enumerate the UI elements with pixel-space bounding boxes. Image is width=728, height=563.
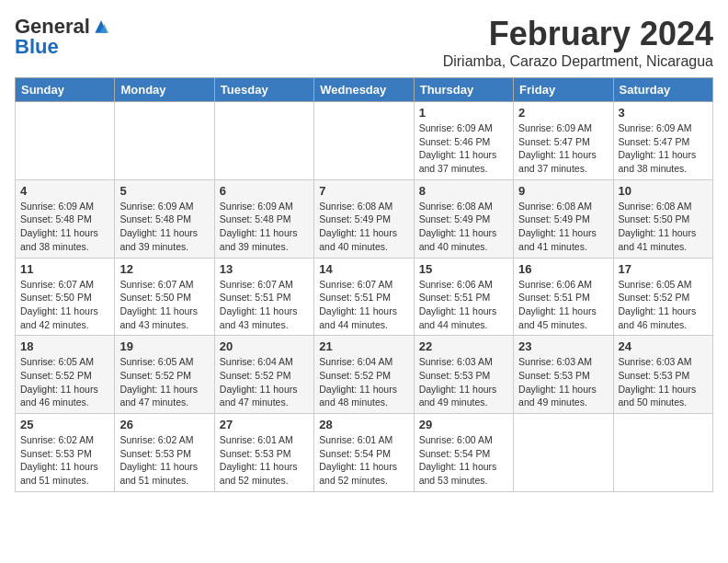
day-number: 28 [319, 418, 408, 431]
day-info: Sunrise: 6:05 AMSunset: 5:52 PMDaylight:… [619, 278, 708, 332]
calendar-cell: 13Sunrise: 6:07 AMSunset: 5:51 PMDayligh… [214, 258, 313, 336]
calendar-cell: 27Sunrise: 6:01 AMSunset: 5:53 PMDayligh… [214, 414, 313, 492]
day-info: Sunrise: 6:07 AMSunset: 5:51 PMDaylight:… [319, 278, 408, 332]
day-info: Sunrise: 6:04 AMSunset: 5:52 PMDaylight:… [319, 355, 408, 409]
day-info: Sunrise: 6:08 AMSunset: 5:49 PMDaylight:… [419, 200, 508, 254]
page-header: General Blue February 2024 Diriamba, Car… [15, 15, 713, 70]
day-info: Sunrise: 6:09 AMSunset: 5:47 PMDaylight:… [518, 121, 608, 176]
day-number: 14 [319, 262, 408, 276]
day-number: 11 [20, 262, 109, 276]
day-number: 15 [419, 262, 508, 276]
day-info: Sunrise: 6:06 AMSunset: 5:51 PMDaylight:… [419, 278, 508, 332]
day-info: Sunrise: 6:03 AMSunset: 5:53 PMDaylight:… [419, 355, 508, 409]
day-info: Sunrise: 6:05 AMSunset: 5:52 PMDaylight:… [119, 355, 209, 409]
title-area: February 2024 Diriamba, Carazo Departmen… [443, 15, 713, 70]
day-info: Sunrise: 6:00 AMSunset: 5:54 PMDaylight:… [419, 433, 508, 488]
calendar-cell: 14Sunrise: 6:07 AMSunset: 5:51 PMDayligh… [314, 258, 414, 336]
day-number: 5 [119, 184, 209, 198]
day-info: Sunrise: 6:04 AMSunset: 5:52 PMDaylight:… [220, 355, 309, 409]
day-number: 18 [20, 339, 109, 353]
logo: General Blue [15, 15, 110, 59]
calendar-cell [613, 414, 712, 492]
weekday-header-row: SundayMondayTuesdayWednesdayThursdayFrid… [16, 78, 713, 102]
weekday-header-friday: Friday [514, 78, 613, 102]
calendar-cell: 17Sunrise: 6:05 AMSunset: 5:52 PMDayligh… [613, 258, 712, 336]
day-info: Sunrise: 6:03 AMSunset: 5:53 PMDaylight:… [619, 355, 708, 409]
calendar-cell: 18Sunrise: 6:05 AMSunset: 5:52 PMDayligh… [16, 336, 115, 414]
day-number: 23 [518, 339, 608, 353]
calendar-cell: 26Sunrise: 6:02 AMSunset: 5:53 PMDayligh… [115, 414, 214, 492]
calendar-cell: 6Sunrise: 6:09 AMSunset: 5:48 PMDaylight… [214, 179, 313, 258]
day-number: 20 [220, 339, 309, 353]
day-number: 13 [220, 262, 309, 276]
day-info: Sunrise: 6:08 AMSunset: 5:49 PMDaylight:… [518, 200, 608, 254]
day-info: Sunrise: 6:01 AMSunset: 5:53 PMDaylight:… [220, 433, 309, 488]
day-info: Sunrise: 6:08 AMSunset: 5:49 PMDaylight:… [319, 200, 408, 254]
week-row-1: 4Sunrise: 6:09 AMSunset: 5:48 PMDaylight… [16, 179, 713, 258]
day-number: 3 [619, 106, 708, 120]
day-info: Sunrise: 6:01 AMSunset: 5:54 PMDaylight:… [319, 433, 408, 488]
calendar-cell: 5Sunrise: 6:09 AMSunset: 5:48 PMDaylight… [115, 179, 214, 258]
subtitle: Diriamba, Carazo Department, Nicaragua [443, 53, 713, 70]
day-number: 1 [419, 106, 508, 120]
day-info: Sunrise: 6:06 AMSunset: 5:51 PMDaylight:… [518, 278, 608, 332]
calendar-cell: 8Sunrise: 6:08 AMSunset: 5:49 PMDaylight… [414, 179, 513, 258]
day-info: Sunrise: 6:08 AMSunset: 5:50 PMDaylight:… [619, 200, 708, 254]
day-number: 9 [518, 184, 608, 198]
logo-icon [92, 17, 110, 36]
day-number: 24 [619, 339, 708, 353]
day-number: 27 [220, 418, 309, 431]
day-number: 10 [619, 184, 708, 198]
calendar-cell: 24Sunrise: 6:03 AMSunset: 5:53 PMDayligh… [613, 336, 712, 414]
calendar-cell: 4Sunrise: 6:09 AMSunset: 5:48 PMDaylight… [16, 179, 115, 258]
main-title: February 2024 [443, 15, 713, 53]
day-number: 19 [119, 339, 209, 353]
calendar-cell: 11Sunrise: 6:07 AMSunset: 5:50 PMDayligh… [16, 258, 115, 336]
weekday-header-monday: Monday [115, 78, 214, 102]
calendar-cell: 25Sunrise: 6:02 AMSunset: 5:53 PMDayligh… [16, 414, 115, 492]
day-number: 16 [518, 262, 608, 276]
calendar-cell: 20Sunrise: 6:04 AMSunset: 5:52 PMDayligh… [214, 336, 313, 414]
calendar-cell: 19Sunrise: 6:05 AMSunset: 5:52 PMDayligh… [115, 336, 214, 414]
calendar-cell: 1Sunrise: 6:09 AMSunset: 5:46 PMDaylight… [414, 102, 513, 180]
calendar: SundayMondayTuesdayWednesdayThursdayFrid… [15, 77, 713, 492]
day-number: 22 [419, 339, 508, 353]
calendar-body: 1Sunrise: 6:09 AMSunset: 5:46 PMDaylight… [16, 102, 713, 492]
calendar-cell: 12Sunrise: 6:07 AMSunset: 5:50 PMDayligh… [115, 258, 214, 336]
week-row-0: 1Sunrise: 6:09 AMSunset: 5:46 PMDaylight… [16, 102, 713, 180]
day-info: Sunrise: 6:09 AMSunset: 5:46 PMDaylight:… [419, 121, 508, 176]
weekday-header-thursday: Thursday [414, 78, 513, 102]
day-number: 26 [119, 418, 209, 431]
day-info: Sunrise: 6:07 AMSunset: 5:51 PMDaylight:… [220, 278, 309, 332]
weekday-header-wednesday: Wednesday [314, 78, 414, 102]
day-info: Sunrise: 6:07 AMSunset: 5:50 PMDaylight:… [20, 278, 109, 332]
week-row-4: 25Sunrise: 6:02 AMSunset: 5:53 PMDayligh… [16, 414, 713, 492]
day-info: Sunrise: 6:09 AMSunset: 5:48 PMDaylight:… [20, 200, 109, 254]
day-number: 7 [319, 184, 408, 198]
day-number: 12 [119, 262, 209, 276]
calendar-cell: 28Sunrise: 6:01 AMSunset: 5:54 PMDayligh… [314, 414, 414, 492]
calendar-cell [214, 102, 313, 180]
day-number: 29 [419, 418, 508, 431]
day-number: 8 [419, 184, 508, 198]
calendar-cell: 29Sunrise: 6:00 AMSunset: 5:54 PMDayligh… [414, 414, 513, 492]
calendar-cell [115, 102, 214, 180]
logo-blue: Blue [15, 35, 59, 59]
calendar-cell: 7Sunrise: 6:08 AMSunset: 5:49 PMDaylight… [314, 179, 414, 258]
calendar-cell: 2Sunrise: 6:09 AMSunset: 5:47 PMDaylight… [514, 102, 613, 180]
day-info: Sunrise: 6:09 AMSunset: 5:48 PMDaylight:… [119, 200, 209, 254]
day-info: Sunrise: 6:03 AMSunset: 5:53 PMDaylight:… [518, 355, 608, 409]
day-info: Sunrise: 6:09 AMSunset: 5:47 PMDaylight:… [619, 121, 708, 176]
calendar-cell: 23Sunrise: 6:03 AMSunset: 5:53 PMDayligh… [514, 336, 613, 414]
day-number: 25 [20, 418, 109, 431]
day-info: Sunrise: 6:05 AMSunset: 5:52 PMDaylight:… [20, 355, 109, 409]
calendar-cell: 15Sunrise: 6:06 AMSunset: 5:51 PMDayligh… [414, 258, 513, 336]
day-number: 2 [518, 106, 608, 120]
day-number: 4 [20, 184, 109, 198]
day-info: Sunrise: 6:07 AMSunset: 5:50 PMDaylight:… [119, 278, 209, 332]
week-row-3: 18Sunrise: 6:05 AMSunset: 5:52 PMDayligh… [16, 336, 713, 414]
calendar-cell: 10Sunrise: 6:08 AMSunset: 5:50 PMDayligh… [613, 179, 712, 258]
weekday-header-sunday: Sunday [16, 78, 115, 102]
calendar-cell: 9Sunrise: 6:08 AMSunset: 5:49 PMDaylight… [514, 179, 613, 258]
day-number: 17 [619, 262, 708, 276]
